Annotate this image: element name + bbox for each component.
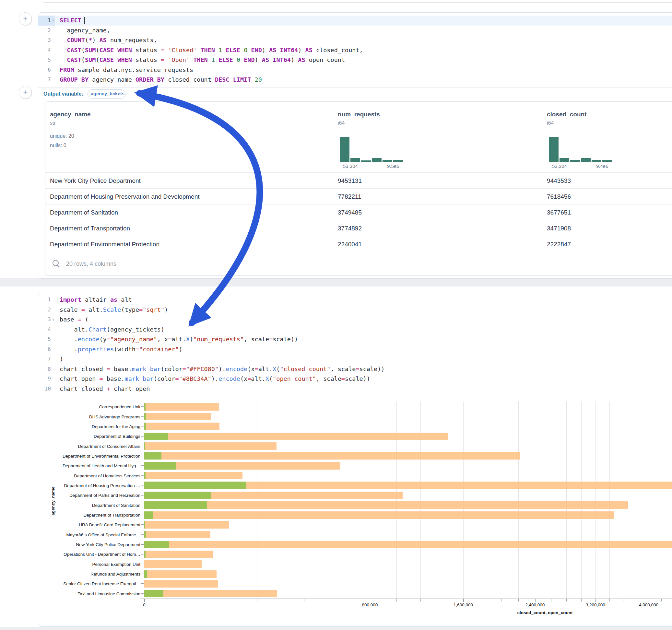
code-token: agency_name, bbox=[59, 27, 110, 34]
collapse-chevron-icon[interactable]: ∨ bbox=[52, 315, 54, 325]
code-line[interactable]: 4 CAST(SUM(CASE WHEN status = 'Closed' T… bbox=[38, 45, 672, 55]
code-text[interactable]: agency_name, bbox=[55, 26, 110, 35]
collapse-chevron-icon[interactable]: ∨ bbox=[52, 16, 54, 26]
chart-gridline bbox=[421, 402, 421, 599]
code-line[interactable]: 1∨SELECT bbox=[38, 16, 672, 26]
code-line[interactable]: 2 agency_name, bbox=[38, 26, 672, 35]
code-line[interactable]: 4 alt.Chart(agency_tickets) bbox=[38, 325, 672, 335]
code-token: COUNT bbox=[67, 37, 85, 43]
chart-gridline bbox=[551, 402, 551, 599]
code-token: ( bbox=[81, 47, 85, 53]
code-text[interactable]: alt.Chart(agency_tickets) bbox=[55, 325, 164, 335]
code-token: FROM bbox=[59, 67, 74, 73]
chart-gridline bbox=[443, 402, 443, 599]
code-line[interactable]: 3 COUNT(*) AS num_requests, bbox=[38, 35, 672, 45]
code-text[interactable]: chart_open = base.mark_bar(color="#8BC34… bbox=[55, 374, 370, 384]
code-token: ( bbox=[269, 375, 273, 382]
code-text[interactable]: CAST(SUM(CASE WHEN status = 'Closed' THE… bbox=[55, 45, 363, 55]
code-token: ) bbox=[298, 47, 305, 53]
add-cell-button-top[interactable]: + bbox=[19, 12, 32, 25]
notebook-page: + + 1∨SELECT2 agency_name,3 COUNT(*) AS … bbox=[0, 0, 672, 630]
column-stat: nulls: 0 bbox=[50, 141, 91, 150]
code-line[interactable]: 6FROM sample_data.nyc.service_requests bbox=[38, 65, 672, 75]
chart-gridline bbox=[463, 402, 463, 599]
x-axis-minor-tick bbox=[501, 599, 502, 602]
code-text[interactable]: FROM sample_data.nyc.service_requests bbox=[55, 65, 193, 75]
code-line[interactable]: 1import altair as alt bbox=[38, 295, 672, 305]
code-line[interactable]: 5 CAST(SUM(CASE WHEN status = 'Open' THE… bbox=[38, 55, 672, 65]
code-token: ) bbox=[255, 56, 262, 63]
code-text[interactable]: ) bbox=[55, 354, 63, 364]
code-text[interactable]: SELECT bbox=[55, 16, 85, 26]
code-line[interactable]: 2scale = alt.Scale(type="sqrt") bbox=[38, 305, 672, 315]
x-axis-tick-label: 2,400,000 bbox=[525, 602, 545, 607]
output-variable-row: Output variable: agency_tickets bbox=[38, 89, 672, 101]
x-axis-minor-tick bbox=[609, 599, 610, 602]
code-text[interactable]: .properties(width="container") bbox=[55, 344, 183, 355]
histogram-bar bbox=[549, 137, 558, 162]
open-count-bar bbox=[144, 452, 162, 460]
code-token: (type bbox=[121, 306, 139, 313]
x-axis-minor-tick bbox=[421, 599, 421, 602]
code-line[interactable]: 7) bbox=[38, 354, 672, 364]
code-text[interactable]: chart_closed = base.mark_bar(color="#FFC… bbox=[55, 364, 384, 374]
chart-gridline bbox=[661, 402, 661, 599]
code-text[interactable]: CAST(SUM(CASE WHEN status = 'Open' THEN … bbox=[55, 55, 345, 65]
code-token: SUM bbox=[85, 56, 96, 63]
code-line[interactable]: 5 .encode(y="agency_name", x=alt.X("num_… bbox=[38, 335, 672, 344]
chart-gridline bbox=[304, 402, 304, 599]
code-line[interactable]: 10chart_closed + chart_open bbox=[38, 384, 672, 394]
open-count-bar bbox=[144, 442, 145, 450]
output-variable-pill[interactable]: agency_tickets bbox=[88, 90, 125, 98]
code-text[interactable]: scale = alt.Scale(type="sqrt") bbox=[55, 305, 168, 315]
column-name[interactable]: agency_name bbox=[50, 111, 91, 118]
sql-code-editor[interactable]: 1∨SELECT2 agency_name,3 COUNT(*) AS num_… bbox=[38, 13, 672, 85]
line-number-gutter: 9 bbox=[38, 374, 55, 384]
code-token: = bbox=[136, 346, 139, 353]
code-line[interactable]: 8chart_closed = base.mark_bar(color="#FF… bbox=[38, 364, 672, 374]
line-number-gutter: 1 bbox=[38, 295, 55, 305]
code-token: Chart bbox=[89, 326, 107, 333]
code-token: X bbox=[265, 375, 269, 382]
code-line[interactable]: 6 .properties(width="container") bbox=[38, 344, 672, 355]
y-axis-tick bbox=[141, 406, 144, 407]
code-text[interactable]: .encode(y="agency_name", x=alt.X("num_re… bbox=[55, 335, 298, 344]
code-token: CASE bbox=[99, 47, 114, 53]
code-token bbox=[233, 56, 237, 63]
y-axis-tick bbox=[141, 515, 144, 515]
code-token: ( bbox=[96, 47, 99, 53]
code-text[interactable]: COUNT(*) AS num_requests, bbox=[55, 35, 157, 45]
column-histogram bbox=[340, 136, 403, 162]
code-text[interactable]: base = ( bbox=[55, 315, 89, 325]
code-token: AS bbox=[269, 47, 276, 53]
code-line[interactable]: 9chart_open = base.mark_bar(color="#8BC3… bbox=[38, 374, 672, 384]
chart-gridline bbox=[397, 402, 397, 599]
search-icon[interactable] bbox=[52, 260, 59, 266]
chart-gridline bbox=[581, 402, 581, 599]
code-token: = bbox=[107, 336, 110, 343]
column-name[interactable]: closed_count bbox=[547, 111, 586, 118]
code-token: SELECT bbox=[59, 17, 81, 24]
code-token: alt. bbox=[171, 336, 186, 343]
code-token: (x bbox=[247, 366, 255, 372]
code-text[interactable]: import altair as alt bbox=[55, 295, 132, 305]
column-name[interactable]: num_requests bbox=[338, 111, 380, 118]
code-text[interactable]: GROUP BY agency_name ORDER BY closed_cou… bbox=[55, 75, 262, 85]
chart-gridline bbox=[566, 402, 567, 599]
code-token: WHEN bbox=[117, 56, 132, 63]
add-cell-button-middle[interactable]: + bbox=[19, 86, 32, 99]
code-token: "agency_name" bbox=[110, 336, 157, 343]
code-token: closed_count, bbox=[312, 47, 363, 53]
code-text[interactable]: chart_closed + chart_open bbox=[55, 384, 150, 394]
code-token: LIMIT bbox=[233, 76, 251, 83]
code-token: = bbox=[255, 366, 258, 372]
code-line[interactable]: 7GROUP BY agency_name ORDER BY closed_co… bbox=[38, 75, 672, 85]
code-token: mark_bar bbox=[125, 375, 154, 382]
python-code-editor[interactable]: 1import altair as alt2scale = alt.Scale(… bbox=[38, 292, 672, 394]
code-token: 1 bbox=[211, 56, 215, 63]
code-token: END bbox=[251, 47, 262, 53]
cell-gap-band-bottom bbox=[0, 627, 672, 630]
line-number: 10 bbox=[44, 384, 55, 394]
code-line[interactable]: 3∨base = ( bbox=[38, 315, 672, 325]
x-axis-minor-tick bbox=[483, 599, 483, 602]
